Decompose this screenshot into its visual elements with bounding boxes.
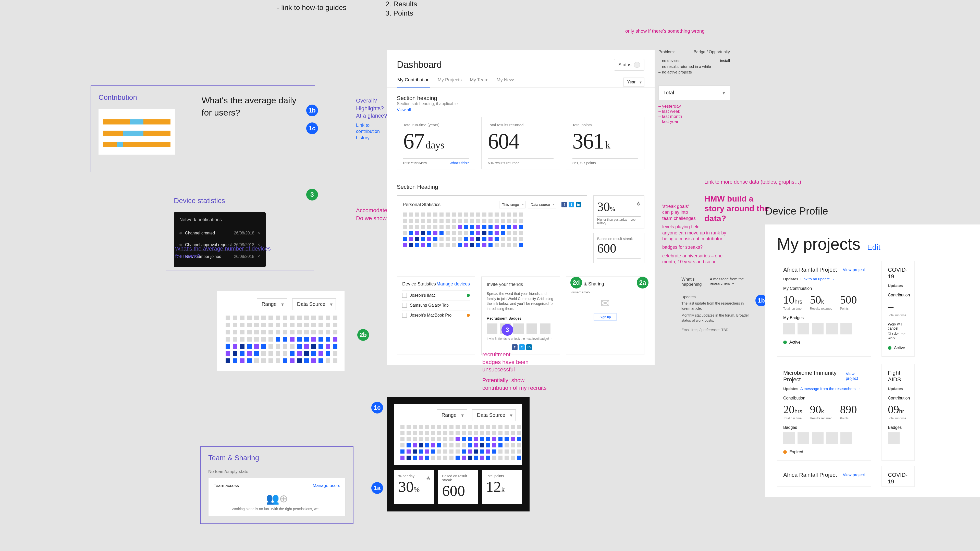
note-link-more: Link to more dense data (tables, graphs……: [704, 179, 801, 186]
annotation-team-sharing: Team & Sharing No team/empty state Team …: [200, 446, 353, 524]
annotation-question-avg-daily: What's the average daily for users?: [202, 94, 304, 119]
annotation-question-devices: What's the average number of devices for…: [175, 245, 272, 260]
badge-1c: 1c: [371, 402, 383, 413]
device-item[interactable]: Samsung Galaxy Tab: [402, 300, 470, 310]
project-card: Microbiome Immunity ProjectView project …: [777, 364, 871, 461]
tab-my-team[interactable]: My Team: [469, 74, 489, 87]
link-contribution-2[interactable]: contribution: [356, 128, 387, 135]
close-icon[interactable]: ×: [257, 230, 260, 236]
section-heading-2: Section Heading: [397, 184, 644, 190]
note-overall-l3: At a glance?: [356, 112, 387, 120]
link-history[interactable]: history: [356, 135, 387, 141]
badge-1c: 1c: [306, 122, 318, 134]
tab-my-projects[interactable]: My Projects: [437, 74, 462, 87]
nn-title: Network notifications: [180, 217, 260, 222]
manage-users-link[interactable]: Manage users: [313, 483, 340, 488]
stat-label: Total results returned: [488, 123, 553, 127]
project-card: Africa Rainfall ProjectView project: [777, 466, 871, 487]
project-card: COVID-19: [881, 466, 915, 487]
flame-icon: [636, 199, 641, 206]
edit-link[interactable]: Edit: [867, 243, 880, 251]
device-item[interactable]: Joseph's iMac: [402, 290, 470, 300]
total-select[interactable]: Total: [659, 86, 730, 100]
side-stat-percent: 30% Higher than yesterday – see history: [593, 195, 644, 229]
period-item: last week: [659, 109, 730, 114]
dashboard-panel: Dashboard Statusi My Contribution My Pro…: [387, 50, 655, 365]
info-icon: i: [634, 62, 640, 68]
nn-row[interactable]: Channel created26/08/2018×: [180, 227, 260, 239]
badge-2b: 2b: [357, 329, 369, 341]
linkedin-icon[interactable]: in: [576, 202, 581, 207]
mini-stat-percent: % per day 30%: [394, 470, 434, 504]
mini-stat-streak: Based on result streak 600: [438, 470, 478, 504]
badge-1a: 1a: [371, 482, 383, 494]
view-project-link[interactable]: View project: [843, 268, 865, 272]
section-title-team: Team & Sharing: [208, 454, 345, 462]
status-chip[interactable]: Statusi: [614, 59, 644, 71]
sign-up-button[interactable]: Sign up: [593, 313, 617, 321]
stat-card-runtime: Total run-time (years) 67days 0:267:19:3…: [397, 117, 475, 169]
device-item[interactable]: Joseph's MacBook Pro: [402, 310, 470, 320]
badge-2a: 2a: [637, 277, 649, 289]
filter-data-source[interactable]: Data Source: [292, 299, 336, 310]
my-projects-panel: My projects Edit Africa Rainfall Project…: [765, 224, 980, 497]
status-dot: [783, 450, 787, 454]
period-item: yesterday: [659, 104, 730, 109]
update-link[interactable]: A message from the researchers →: [800, 386, 861, 391]
note-overall-l2: Highlights?: [356, 105, 387, 112]
side-stat-streak: Based on result streak 600: [593, 233, 644, 263]
problem-item: no results returned in a while: [659, 64, 730, 70]
col-badge: Badge / Opportunity: [694, 50, 730, 54]
view-project-link[interactable]: View project: [846, 372, 865, 381]
stat-card-points: Total points 361k 361,727 points: [566, 117, 644, 169]
problem-item: no devices: [659, 58, 730, 64]
tab-my-news[interactable]: My News: [496, 74, 516, 87]
checkbox[interactable]: [402, 293, 407, 298]
checkbox[interactable]: [402, 313, 407, 318]
stat-label: Total run-time (years): [403, 123, 469, 127]
col-problem: Problem:: [659, 50, 675, 54]
section-subheading: Section sub heading, if applicable: [397, 102, 458, 106]
update-link[interactable]: Link to an update →: [800, 277, 835, 281]
note-only-show: only show if there's something wrong: [625, 28, 705, 35]
contribution-grid: [401, 425, 516, 460]
link-contribution[interactable]: Link to: [356, 122, 387, 128]
filter-range[interactable]: Range: [257, 299, 287, 310]
status-dot: [783, 341, 787, 344]
facebook-icon[interactable]: f: [562, 202, 567, 207]
twitter-icon[interactable]: t: [519, 345, 525, 350]
facebook-icon[interactable]: f: [512, 345, 517, 350]
status-dot: [888, 346, 891, 350]
year-select[interactable]: Year: [624, 78, 644, 87]
project-card: COVID-19 Updates Contribution –Total run…: [881, 261, 915, 357]
status-dot: [467, 294, 470, 297]
section-title-device-profile: Device Profile: [765, 205, 828, 217]
filter-range[interactable]: This range: [499, 201, 525, 208]
twitter-icon[interactable]: t: [569, 202, 574, 207]
whats-this-link[interactable]: What's this?: [450, 161, 469, 165]
filter-data-source[interactable]: Data source: [528, 201, 556, 208]
contribution-grid: [226, 316, 336, 363]
project-card: Africa Rainfall ProjectView project Upda…: [777, 261, 871, 357]
view-project-link[interactable]: View project: [843, 473, 865, 477]
period-item: last year: [659, 119, 730, 124]
checkbox[interactable]: [402, 303, 407, 308]
nav-link-guides: - link to how-to guides: [277, 3, 346, 12]
stat-unit: k: [605, 139, 611, 151]
stat-value: 604: [488, 129, 519, 153]
note-potential: Potentially: show: [482, 376, 547, 384]
grid-panel-light: Range Data Source: [217, 291, 345, 371]
badge-2d: 2d: [570, 277, 582, 289]
stat-value: 361: [573, 129, 604, 153]
page-title-my-projects: My projects: [777, 235, 860, 254]
stat-value: 67: [403, 129, 424, 153]
view-all-link[interactable]: View all: [397, 108, 458, 112]
tab-my-contribution[interactable]: My Contribution: [397, 74, 430, 87]
filter-data-source[interactable]: Data Source: [472, 410, 516, 421]
linkedin-icon[interactable]: in: [526, 345, 532, 350]
team-access-title: Team access: [213, 483, 239, 488]
stat-unit: days: [426, 139, 444, 151]
manage-devices-link[interactable]: Manage devices: [436, 281, 470, 287]
problem-item: no active projects: [659, 69, 730, 75]
filter-range[interactable]: Range: [437, 410, 467, 421]
